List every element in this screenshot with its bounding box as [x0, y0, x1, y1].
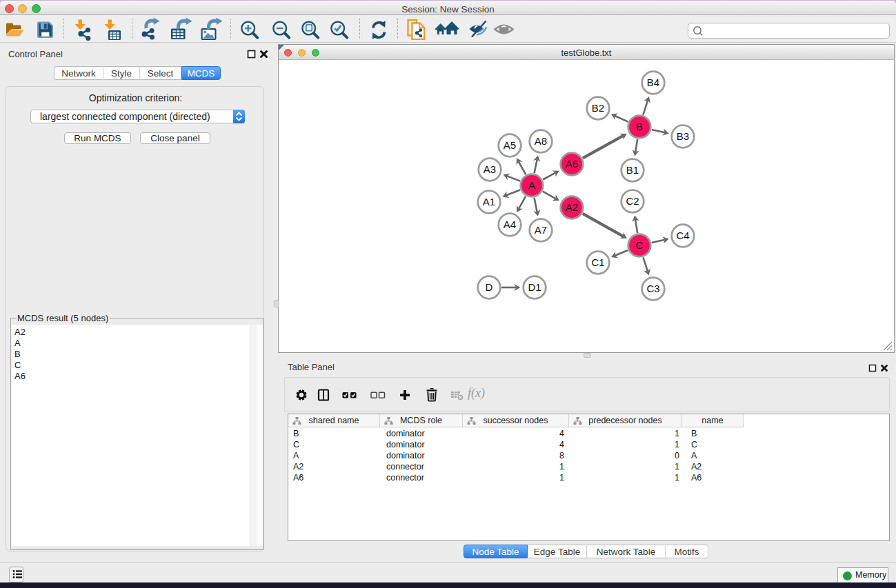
- svg-text:C4: C4: [676, 230, 689, 241]
- svg-text:A4: A4: [504, 219, 516, 230]
- svg-text:A5: A5: [504, 139, 516, 151]
- svg-text:B: B: [636, 121, 643, 132]
- svg-text:A7: A7: [535, 224, 547, 236]
- svg-text:A3: A3: [484, 163, 496, 175]
- svg-text:A8: A8: [535, 135, 547, 147]
- svg-text:A6: A6: [566, 158, 578, 170]
- svg-text:B2: B2: [592, 102, 604, 114]
- svg-text:A1: A1: [483, 196, 495, 207]
- svg-text:D1: D1: [528, 281, 541, 293]
- svg-text:B3: B3: [677, 130, 689, 142]
- svg-text:A2: A2: [566, 201, 578, 213]
- svg-text:C: C: [636, 239, 644, 251]
- svg-text:C2: C2: [626, 195, 639, 207]
- svg-text:A: A: [528, 179, 535, 191]
- svg-text:D: D: [486, 281, 493, 293]
- svg-text:B4: B4: [647, 77, 659, 88]
- svg-text:C3: C3: [646, 283, 659, 294]
- svg-text:C1: C1: [591, 256, 604, 268]
- svg-text:B1: B1: [626, 164, 639, 176]
